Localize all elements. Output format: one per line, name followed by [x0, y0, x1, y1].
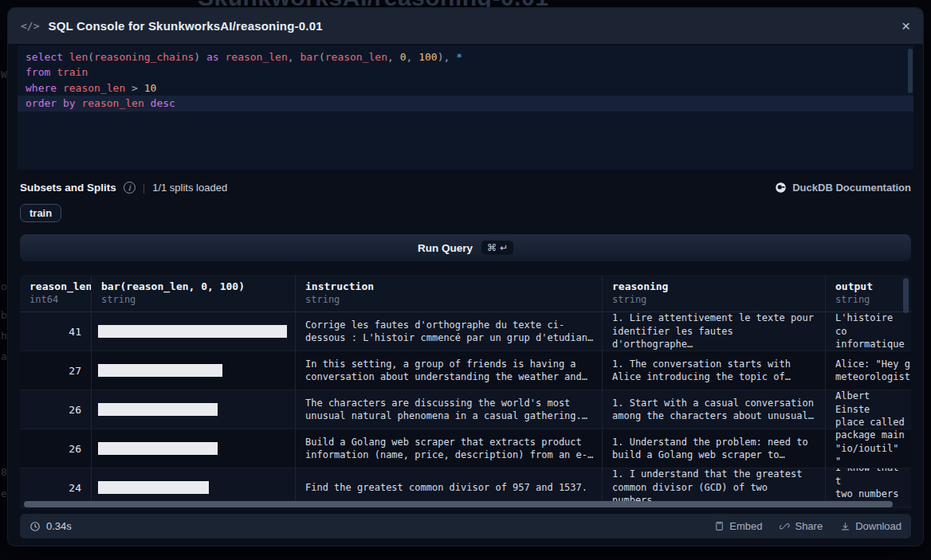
- column-name: instruction: [305, 280, 592, 292]
- table-row: 26The characters are discussing the worl…: [20, 390, 911, 429]
- table-row: 26Build a Golang web scraper that extrac…: [20, 429, 911, 468]
- column-header-output[interactable]: outputstring: [826, 275, 911, 311]
- cell-instruction: Build a Golang web scraper that extracts…: [296, 429, 603, 468]
- code-line: select len(reasoning_chains) as reason_l…: [18, 49, 913, 65]
- duckdb-logo-icon: [775, 182, 787, 194]
- cell-reasoning: 1. The conversation starts with Alice in…: [603, 351, 826, 390]
- cell-reason-len: 41: [20, 312, 92, 350]
- code-token: reason_len: [63, 82, 125, 94]
- editor-scrollbar[interactable]: [908, 49, 913, 93]
- modal-title: SQL Console for SkunkworksAI/reasoning-0…: [48, 19, 322, 33]
- column-name: output: [835, 280, 902, 292]
- cell-bar: [92, 312, 296, 350]
- code-token: from: [26, 66, 57, 78]
- background-fragment: h: [1, 330, 7, 342]
- code-token: order by: [26, 97, 81, 109]
- subsets-title: Subsets and Splits: [20, 182, 116, 194]
- download-button[interactable]: Download: [840, 520, 902, 532]
- background-fragment: e: [1, 488, 7, 499]
- cell-output: L'histoire co informatique: [826, 312, 911, 350]
- sql-console-modal: </> SQL Console for SkunkworksAI/reasoni…: [8, 8, 923, 546]
- background-fragment: a: [1, 350, 7, 362]
- embed-button[interactable]: Embed: [714, 520, 762, 532]
- query-duration: 0.34s: [29, 520, 72, 532]
- sql-editor[interactable]: select len(reasoning_chains) as reason_l…: [18, 45, 913, 170]
- code-token: bar: [300, 51, 318, 63]
- code-token: as: [206, 51, 225, 63]
- query-time-text: 0.34s: [46, 520, 72, 532]
- close-icon[interactable]: ×: [902, 18, 910, 33]
- code-line: order by reason_len desc: [18, 96, 913, 111]
- code-token: ,: [387, 51, 400, 63]
- code-icon: </>: [21, 20, 39, 32]
- cell-instruction: In this setting, a group of friends is h…: [296, 351, 603, 390]
- run-query-button[interactable]: Run Query ⌘ ↵: [20, 234, 911, 261]
- column-header-reason-len[interactable]: reason_lenint64: [20, 275, 92, 311]
- code-token: ): [194, 51, 206, 63]
- bar-graphic: [98, 442, 218, 455]
- column-type: string: [101, 294, 285, 305]
- code-token: >: [125, 82, 143, 94]
- run-query-label: Run Query: [418, 242, 473, 254]
- cell-bar: [92, 351, 296, 390]
- split-chip-train[interactable]: train: [20, 204, 61, 222]
- code-token: *: [456, 51, 462, 63]
- modal-titlebar: </> SQL Console for SkunkworksAI/reasoni…: [8, 8, 923, 44]
- code-token: 0: [400, 51, 407, 63]
- bar-graphic: [98, 364, 222, 377]
- cell-reasoning: 1. Start with a casual conversation amon…: [603, 390, 826, 429]
- duckdb-documentation-label: DuckDB Documentation: [792, 182, 911, 194]
- cell-instruction: The characters are discussing the world'…: [296, 390, 603, 429]
- code-token: ),: [438, 51, 456, 63]
- cell-reasoning: 1. Understand the problem: need to build…: [603, 429, 826, 468]
- code-token: desc: [144, 97, 175, 109]
- share-button[interactable]: Share: [780, 520, 823, 532]
- code-token: (: [88, 51, 94, 63]
- cell-output: Alice: "Hey g meteorologist: [826, 351, 911, 390]
- column-name: reasoning: [612, 280, 815, 292]
- cell-bar: [92, 429, 296, 468]
- bar-graphic: [98, 325, 287, 338]
- info-icon[interactable]: i: [124, 182, 136, 194]
- column-header-reasoning[interactable]: reasoningstring: [603, 275, 826, 311]
- link-icon: [780, 521, 790, 531]
- column-header-bar-reason-len-0-100-[interactable]: bar(reason_len, 0, 100)string: [92, 275, 296, 311]
- embed-label: Embed: [729, 520, 762, 532]
- column-name: bar(reason_len, 0, 100): [101, 280, 285, 292]
- footer-actions: Embed Share Download: [714, 520, 902, 532]
- share-label: Share: [795, 520, 823, 532]
- embed-icon: [714, 521, 725, 531]
- subsets-and-splits-row: Subsets and Splits i | 1/1 splits loaded…: [20, 182, 911, 194]
- table-row: 27In this setting, a group of friends is…: [20, 351, 911, 390]
- table-header: reason_lenint64bar(reason_len, 0, 100)st…: [20, 275, 911, 312]
- code-token: ,: [407, 51, 419, 63]
- cell-reason-len: 26: [20, 390, 92, 429]
- code-token: reason_len: [225, 51, 287, 63]
- code-token: where: [26, 82, 63, 94]
- table-horizontal-scrollbar[interactable]: [24, 501, 893, 507]
- clock-icon: [29, 521, 41, 532]
- code-line: from train: [18, 65, 913, 80]
- column-header-instruction[interactable]: instructionstring: [296, 275, 603, 311]
- splits-loaded-status: 1/1 splits loaded: [152, 182, 227, 194]
- table-vertical-scrollbar[interactable]: [903, 278, 909, 313]
- code-token: reasoning_chains: [94, 51, 194, 63]
- query-footer: 0.34s Embed Share Down: [20, 514, 911, 538]
- cell-reasoning: 1. Lire attentivement le texte pour iden…: [603, 312, 826, 350]
- code-token: 10: [144, 82, 157, 94]
- column-type: int64: [29, 294, 81, 305]
- column-type: string: [612, 294, 815, 305]
- column-name: reason_len: [29, 280, 81, 292]
- cell-output: package main "io/ioutil" ": [826, 429, 911, 468]
- background-fragment: W: [1, 69, 7, 80]
- cell-output: Albert Einste place called: [826, 390, 911, 429]
- code-token: (: [319, 51, 325, 63]
- duckdb-documentation-link[interactable]: DuckDB Documentation: [775, 182, 911, 194]
- results-table: reason_lenint64bar(reason_len, 0, 100)st…: [20, 275, 911, 510]
- bar-graphic: [98, 403, 218, 416]
- cell-reason-len: 27: [20, 351, 92, 390]
- code-token: select: [26, 51, 69, 63]
- code-token: ,: [288, 51, 301, 63]
- table-body: 41Corrige les fautes d'orthographe du te…: [20, 312, 911, 507]
- table-row: 41Corrige les fautes d'orthographe du te…: [20, 312, 911, 351]
